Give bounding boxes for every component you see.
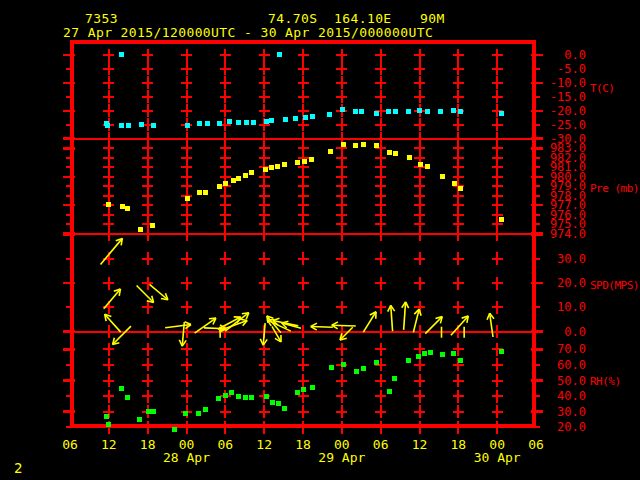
meteogram-plot: 0.0-5.0-10.0-15.0-20.0-25.0-30.0T(C)983.… <box>0 0 640 480</box>
svg-text:20.0: 20.0 <box>557 420 586 434</box>
svg-text:50.0: 50.0 <box>557 374 586 388</box>
svg-text:-20.0: -20.0 <box>550 104 586 118</box>
page-number: 2 <box>14 460 22 476</box>
svg-text:06: 06 <box>528 437 544 452</box>
grid-ticks <box>103 49 502 434</box>
svg-text:12: 12 <box>256 437 272 452</box>
svg-text:28 Apr: 28 Apr <box>163 450 210 465</box>
svg-text:RH(%): RH(%) <box>590 375 621 388</box>
svg-text:SPD(MPS): SPD(MPS) <box>590 279 639 292</box>
svg-text:-15.0: -15.0 <box>550 90 586 104</box>
svg-text:30.0: 30.0 <box>557 252 586 266</box>
svg-text:0.0: 0.0 <box>564 325 586 339</box>
svg-text:30 Apr: 30 Apr <box>474 450 521 465</box>
svg-text:06: 06 <box>373 437 389 452</box>
svg-text:29 Apr: 29 Apr <box>318 450 365 465</box>
svg-text:10.0: 10.0 <box>557 300 586 314</box>
svg-text:0.0: 0.0 <box>564 48 586 62</box>
svg-text:974.0: 974.0 <box>550 227 586 241</box>
time-axis-labels: 0612180006121800061218000628 Apr29 Apr30… <box>62 437 544 465</box>
svg-text:06: 06 <box>218 437 234 452</box>
svg-text:-5.0: -5.0 <box>557 62 586 76</box>
svg-text:-25.0: -25.0 <box>550 118 586 132</box>
svg-text:18: 18 <box>295 437 311 452</box>
svg-text:18: 18 <box>140 437 156 452</box>
svg-text:12: 12 <box>412 437 428 452</box>
svg-text:Pre (mb): Pre (mb) <box>590 182 639 195</box>
svg-text:40.0: 40.0 <box>557 389 586 403</box>
svg-text:18: 18 <box>451 437 467 452</box>
wind-arrows <box>100 238 493 346</box>
svg-text:-10.0: -10.0 <box>550 76 586 90</box>
svg-text:12: 12 <box>101 437 117 452</box>
svg-text:T(C): T(C) <box>590 82 615 95</box>
svg-text:60.0: 60.0 <box>557 358 586 372</box>
svg-text:20.0: 20.0 <box>557 276 586 290</box>
svg-text:30.0: 30.0 <box>557 405 586 419</box>
svg-text:70.0: 70.0 <box>557 342 586 356</box>
svg-text:06: 06 <box>62 437 78 452</box>
value-axis-labels: 0.0-5.0-10.0-15.0-20.0-25.0-30.0T(C)983.… <box>550 48 639 434</box>
